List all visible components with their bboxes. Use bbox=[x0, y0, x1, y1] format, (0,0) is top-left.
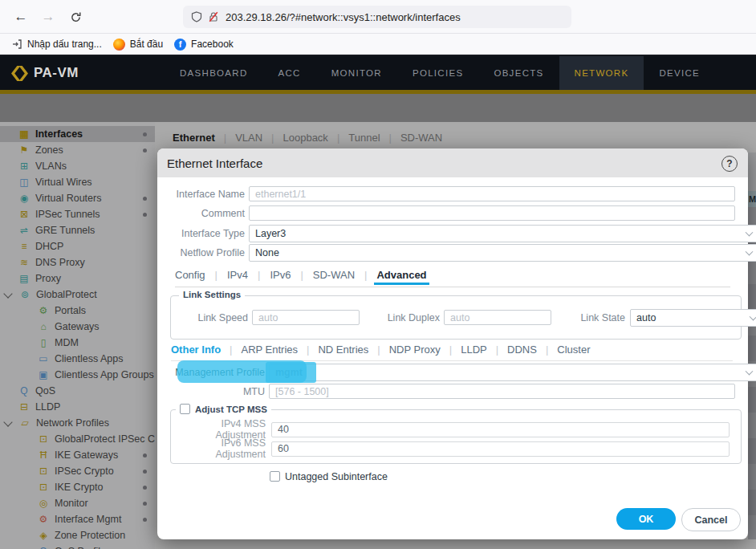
sidebar-item[interactable]: ▱ Network Profiles bbox=[0, 415, 155, 431]
netflow-profile-select[interactable]: None bbox=[249, 244, 756, 262]
sidebar-item[interactable]: ⊡ GlobalProtect IPSec Crypto bbox=[0, 431, 155, 447]
sidebar-item[interactable]: Ħ IKE Gateways bbox=[0, 447, 155, 463]
sidebar-item[interactable]: ▣ Clientless App Groups bbox=[0, 367, 155, 383]
content-tab[interactable]: |SD-WAN bbox=[380, 132, 443, 144]
link-speed-label: Link Speed bbox=[184, 312, 248, 323]
subtab[interactable]: |Cluster bbox=[537, 344, 591, 360]
link-speed-field[interactable] bbox=[252, 310, 360, 325]
nav-item[interactable]: OBJECTS bbox=[478, 56, 559, 90]
mtu-field[interactable] bbox=[269, 384, 735, 399]
sidebar-item-label: GRE Tunnels bbox=[35, 225, 155, 236]
content-tab[interactable]: |VLAN bbox=[215, 132, 262, 144]
sidebar-item[interactable]: ▤ Proxy bbox=[0, 270, 155, 287]
subtab[interactable]: |ARP Entries bbox=[221, 344, 298, 360]
interface-type-label: Interface Type bbox=[157, 228, 245, 239]
pan-top-nav: PA-VM DASHBOARD ACC MONITOR POLICIES OBJ… bbox=[0, 56, 756, 90]
nav-item[interactable]: POLICIES bbox=[397, 56, 478, 90]
dialog-tab[interactable]: |Config bbox=[175, 269, 205, 286]
content-tab[interactable]: |Tunnel bbox=[328, 132, 380, 144]
sidebar-item[interactable]: ◎ Monitor bbox=[0, 495, 155, 511]
sidebar-item[interactable]: ≋ DNS Proxy bbox=[0, 254, 155, 270]
sidebar-item[interactable]: ⊠ IPSec Tunnels bbox=[0, 206, 155, 222]
nav-item[interactable]: NETWORK bbox=[559, 56, 644, 90]
subtab[interactable]: |LLDP bbox=[441, 344, 487, 360]
sidebar-item[interactable]: ⊚ GlobalProtect bbox=[0, 287, 155, 303]
adjust-tcp-mss-group: Adjust TCP MSS IPv4 MSS Adjustment IPv6 … bbox=[170, 409, 742, 464]
sidebar-item-label: IPSec Crypto bbox=[55, 466, 143, 477]
ipsec-crypto-icon: ⊡ bbox=[37, 466, 50, 477]
content-tab[interactable]: |Ethernet bbox=[173, 132, 215, 144]
browser-toolbar: ← → 203.29.18.26/?#network::vsys1::netwo… bbox=[0, 0, 756, 34]
dialog-tab[interactable]: |Advanced bbox=[355, 269, 427, 286]
subtab[interactable]: |Other Info bbox=[171, 344, 221, 360]
bookmark-import[interactable]: Nhập dấu trang... bbox=[11, 39, 102, 50]
bookmark-facebook[interactable]: f Facebook bbox=[174, 39, 234, 51]
sidebar-item[interactable]: ⚑ Zones bbox=[0, 142, 155, 158]
nav-item[interactable]: DASHBOARD bbox=[165, 56, 263, 90]
subtab[interactable]: |DDNS bbox=[487, 344, 537, 360]
adjust-tcp-mss-label: Adjust TCP MSS bbox=[195, 405, 267, 414]
forward-icon[interactable]: → bbox=[37, 6, 59, 28]
interfaces-icon: ▦ bbox=[18, 128, 30, 140]
sidebar-item[interactable]: ⊡ IKE Crypto bbox=[0, 479, 155, 495]
sidebar-item[interactable]: ⇌ GRE Tunnels bbox=[0, 222, 155, 238]
url-bar[interactable]: 203.29.18.26/?#network::vsys1::network/i… bbox=[183, 6, 571, 28]
sidebar-item[interactable]: ⊡ IPSec Crypto bbox=[0, 463, 155, 479]
shield-icon[interactable] bbox=[191, 11, 202, 22]
comment-field[interactable] bbox=[249, 205, 735, 221]
mss-row-field[interactable] bbox=[271, 422, 730, 437]
management-profile-label: Management Profile bbox=[157, 367, 265, 378]
zone-protection-icon: ◈ bbox=[37, 530, 50, 541]
ok-button[interactable]: OK bbox=[616, 508, 676, 530]
subtab[interactable]: |NDP Proxy bbox=[368, 344, 440, 360]
sidebar-item[interactable]: ⌂ Gateways bbox=[0, 319, 155, 335]
sidebar-item[interactable]: ▦ Interfaces bbox=[0, 126, 155, 142]
untagged-subinterface-checkbox[interactable] bbox=[270, 471, 280, 482]
sidebar-item-label: DNS Proxy bbox=[35, 257, 155, 268]
sidebar-item[interactable]: ⊟ LLDP bbox=[0, 399, 155, 415]
sub-header-strip bbox=[0, 94, 756, 122]
sidebar-item[interactable]: ⊞ VLANs bbox=[0, 158, 155, 174]
adjust-tcp-mss-checkbox[interactable] bbox=[180, 404, 190, 414]
import-bookmarks-icon bbox=[11, 39, 22, 50]
sidebar-item[interactable]: ◉ Virtual Routers bbox=[0, 190, 155, 206]
mss-row-field[interactable] bbox=[271, 441, 730, 457]
sidebar-item-label: Proxy bbox=[35, 273, 155, 284]
content-tab[interactable]: |Loopback bbox=[262, 132, 328, 144]
interface-name-field[interactable] bbox=[249, 186, 735, 201]
sidebar-item[interactable]: ≡ DHCP bbox=[0, 238, 155, 254]
sidebar-item[interactable]: ◫ Virtual Wires bbox=[0, 174, 155, 190]
nav-item[interactable]: MONITOR bbox=[316, 56, 397, 90]
background-table-header: MA bbox=[748, 191, 756, 207]
link-duplex-field[interactable] bbox=[444, 310, 551, 325]
sidebar-item[interactable]: Q QoS Profile bbox=[0, 543, 155, 549]
reload-icon[interactable] bbox=[64, 6, 87, 28]
link-state-select[interactable]: auto bbox=[630, 309, 756, 327]
insecure-lock-icon[interactable] bbox=[208, 11, 219, 22]
sidebar-item[interactable]: ▯ MDM bbox=[0, 335, 155, 351]
dns-proxy-icon: ≋ bbox=[18, 257, 30, 268]
sidebar-item[interactable]: ▭ Clientless Apps bbox=[0, 351, 155, 367]
sidebar-item-label: Zones bbox=[35, 144, 143, 156]
sidebar-item[interactable]: ⚙ Interface Mgmt bbox=[0, 511, 155, 527]
interface-type-select[interactable]: Layer3 bbox=[249, 225, 756, 242]
sidebar-item[interactable]: ⚙ Portals bbox=[0, 303, 155, 319]
mss-row: IPv6 MSS Adjustment bbox=[171, 439, 730, 458]
management-profile-select[interactable]: mgmt bbox=[269, 364, 756, 381]
interface-mgmt-icon: ⚙ bbox=[37, 514, 50, 525]
nav-item[interactable]: ACC bbox=[263, 56, 316, 90]
dialog-tabs: |Config |IPv4 |IPv6 |SD-WAN |Advanced bbox=[175, 269, 730, 287]
nav-item[interactable]: DEVICE bbox=[644, 56, 715, 90]
mss-rows: IPv4 MSS Adjustment IPv6 MSS Adjustment bbox=[171, 420, 730, 458]
sidebar-item[interactable]: ◈ Zone Protection bbox=[0, 527, 155, 543]
dialog-tab[interactable]: |SD-WAN bbox=[291, 269, 355, 286]
dialog-tab[interactable]: |IPv4 bbox=[205, 269, 248, 286]
help-icon[interactable]: ? bbox=[721, 156, 738, 172]
status-dot bbox=[143, 132, 147, 136]
subtab[interactable]: |ND Entries bbox=[298, 344, 368, 360]
bookmark-firefox-start[interactable]: Bắt đầu bbox=[113, 39, 163, 51]
sidebar-item[interactable]: Q QoS bbox=[0, 383, 155, 399]
cancel-button[interactable]: Cancel bbox=[681, 508, 741, 531]
dialog-tab[interactable]: |IPv6 bbox=[248, 269, 291, 286]
back-icon[interactable]: ← bbox=[10, 6, 32, 28]
